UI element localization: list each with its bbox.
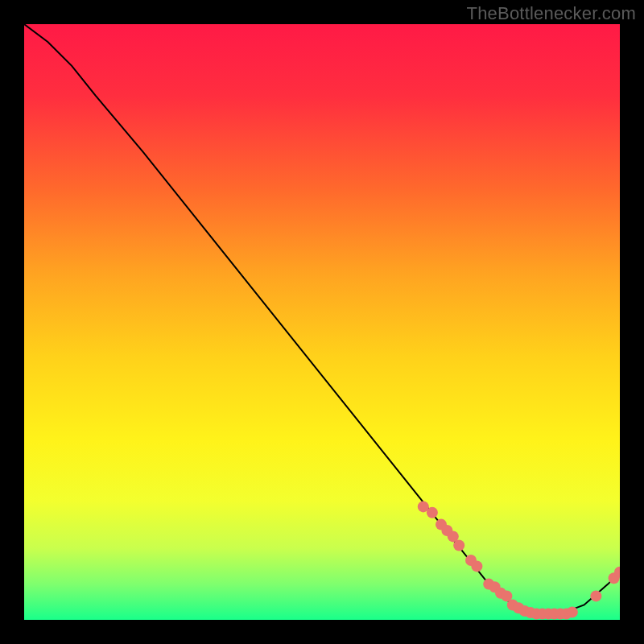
data-marker [471,560,482,572]
data-marker [427,507,438,518]
data-marker [590,590,601,601]
attribution-label: TheBottlenecker.com [467,3,636,24]
chart-svg [24,24,620,620]
svg-rect-0 [24,24,620,620]
data-marker [567,606,578,617]
line-chart [24,24,620,620]
data-marker [453,540,464,551]
chart-frame: TheBottlenecker.com [0,0,644,644]
